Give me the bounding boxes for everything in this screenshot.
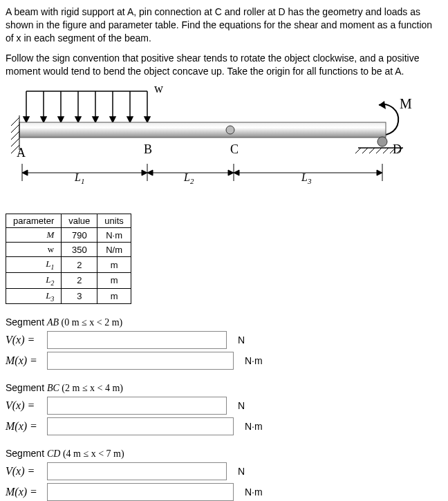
svg-point-26 xyxy=(377,137,387,146)
figure-label-C: C xyxy=(230,142,239,156)
figure-label-B: B xyxy=(144,142,152,156)
svg-marker-15 xyxy=(144,117,150,122)
svg-marker-9 xyxy=(93,117,98,122)
table-head-parameter: parameter xyxy=(6,214,62,228)
segment-cd-v-input[interactable] xyxy=(47,462,227,480)
table-row: w 350 N/m xyxy=(6,243,131,257)
figure-label-L3: L3 xyxy=(301,171,312,185)
segment-bc-v-unit: N xyxy=(238,400,245,411)
segment-bc-m-input[interactable] xyxy=(47,417,234,435)
svg-marker-47 xyxy=(377,170,382,176)
svg-line-28 xyxy=(355,148,361,153)
svg-line-31 xyxy=(376,148,382,153)
svg-marker-44 xyxy=(228,170,234,176)
segment-cd-title: Segment CD (4 m ≤ x < 7 m) xyxy=(6,448,442,460)
svg-line-20 xyxy=(11,117,19,126)
problem-paragraph-1: A beam with rigid support at A, pin conn… xyxy=(6,6,442,45)
svg-marker-46 xyxy=(234,170,239,176)
figure-label-L2: L2 xyxy=(183,171,194,185)
segment-bc-v-input[interactable] xyxy=(47,397,227,415)
segment-bc-m-unit: N·m xyxy=(245,421,263,432)
segment-bc-title: Segment BC (2 m ≤ x < 4 m) xyxy=(6,382,442,394)
segment-ab-m-unit: N·m xyxy=(245,355,263,366)
svg-line-32 xyxy=(383,148,389,153)
segment-ab-m-label: M(x) = xyxy=(6,355,47,367)
svg-marker-17 xyxy=(379,101,386,109)
svg-marker-11 xyxy=(110,117,115,122)
segment-cd-v-label: V(x) = xyxy=(6,465,47,478)
svg-marker-13 xyxy=(127,117,133,122)
svg-line-21 xyxy=(11,124,19,133)
segment-bc-block: Segment BC (2 m ≤ x < 4 m) V(x) = N M(x)… xyxy=(6,382,442,435)
figure-label-M: M xyxy=(400,96,412,111)
segment-cd-block: Segment CD (4 m ≤ x < 7 m) V(x) = N M(x)… xyxy=(6,448,442,501)
table-row: L3 3 m xyxy=(6,288,131,304)
svg-line-30 xyxy=(369,148,375,153)
table-row: L2 2 m xyxy=(6,273,131,289)
svg-marker-1 xyxy=(24,117,29,122)
segment-ab-block: Segment AB (0 m ≤ x < 2 m) V(x) = N M(x)… xyxy=(6,316,442,370)
figure-label-A: A xyxy=(17,146,26,160)
table-head-value: value xyxy=(62,214,97,228)
svg-marker-43 xyxy=(147,170,153,176)
figure-label-L1: L1 xyxy=(74,171,84,185)
segment-cd-m-unit: N·m xyxy=(245,486,263,498)
segment-ab-v-input[interactable] xyxy=(47,331,227,349)
parameter-table: parameter value units M 790 N·m w 350 N/… xyxy=(6,214,131,304)
svg-marker-5 xyxy=(58,117,64,122)
segment-cd-v-unit: N xyxy=(238,466,245,477)
figure-label-w: w xyxy=(154,84,163,95)
segment-ab-title: Segment AB (0 m ≤ x < 2 m) xyxy=(6,316,442,328)
segment-ab-v-label: V(x) = xyxy=(6,334,47,346)
svg-marker-40 xyxy=(22,170,28,176)
table-row: M 790 N·m xyxy=(6,228,131,243)
segment-bc-m-label: M(x) = xyxy=(6,420,47,433)
svg-marker-7 xyxy=(75,117,81,122)
segment-ab-m-input[interactable] xyxy=(47,352,234,370)
svg-point-25 xyxy=(226,126,234,134)
svg-marker-3 xyxy=(41,117,46,122)
svg-line-29 xyxy=(362,148,368,153)
segment-bc-v-label: V(x) = xyxy=(6,399,47,412)
svg-line-22 xyxy=(11,131,19,140)
segment-ab-v-unit: N xyxy=(238,334,245,346)
svg-rect-18 xyxy=(19,122,386,138)
problem-paragraph-2: Follow the sign convention that positive… xyxy=(6,52,442,78)
svg-marker-41 xyxy=(142,170,147,176)
beam-figure: w M A B C D xyxy=(6,84,442,204)
table-head-units: units xyxy=(97,214,131,228)
segment-cd-m-input[interactable] xyxy=(47,483,234,501)
segment-cd-m-label: M(x) = xyxy=(6,486,47,498)
figure-label-D: D xyxy=(393,142,402,156)
table-row: L1 2 m xyxy=(6,257,131,273)
